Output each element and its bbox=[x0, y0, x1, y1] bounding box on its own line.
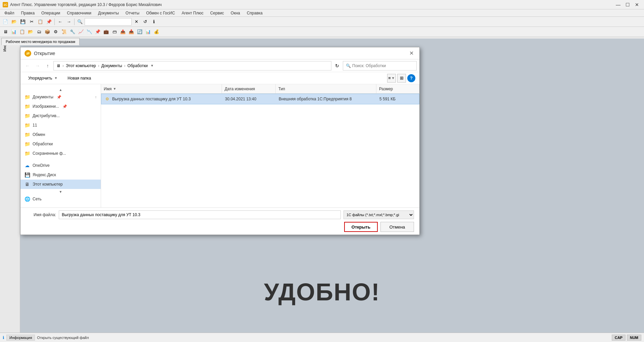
path-icon: 🖥 bbox=[56, 63, 60, 68]
path-part-1: Этот компьютер bbox=[66, 63, 96, 68]
pin-icon-0: 📌 bbox=[57, 95, 61, 99]
nav-icon-documents: 📁 bbox=[25, 94, 30, 100]
dialog-toolbar: Упорядочить ▼ Новая папка ≡ ▼ ⊞ ? bbox=[20, 72, 419, 84]
col-header-size[interactable]: Размер bbox=[376, 84, 419, 93]
file-icon-0: ⚙ bbox=[104, 96, 110, 102]
nav-label-images: Изображени... bbox=[33, 104, 59, 109]
filename-row: Имя файла: 1С файлы (*.txt;*.mxl;*.bmp;*… bbox=[26, 210, 414, 219]
tab-workspace[interactable]: Рабочее место менеджера по продажам bbox=[1, 38, 80, 45]
organize-label: Упорядочить bbox=[28, 76, 52, 81]
path-dropdown-icon: ▼ bbox=[150, 64, 154, 67]
preview-icon: ⊞ bbox=[400, 76, 404, 81]
nav-icon-images: 📁 bbox=[25, 104, 30, 109]
nav-item-yandex[interactable]: 💾 Яндекс.Диск bbox=[20, 170, 101, 180]
address-path[interactable]: 🖥 › Этот компьютер › Документы › Обработ… bbox=[53, 61, 331, 70]
file-list-area: Имя ▼ Дата изменения Тип Размер ⚙ Выгруз… bbox=[101, 84, 419, 207]
nav-icon-11: 📁 bbox=[25, 123, 30, 128]
file-size-0: 5 591 КБ bbox=[377, 97, 419, 101]
view-controls: ≡ ▼ ⊞ ? bbox=[387, 74, 415, 83]
cancel-button[interactable]: Отмена bbox=[380, 222, 414, 232]
open-button[interactable]: Открыть bbox=[344, 222, 378, 232]
nav-item-documents[interactable]: 📁 Документы 📌 ↑ bbox=[20, 92, 101, 102]
preview-pane-button[interactable]: ⊞ bbox=[397, 74, 406, 83]
col-header-date[interactable]: Дата изменения bbox=[222, 84, 276, 93]
nav-item-saved[interactable]: 📁 Сохраненные ф... bbox=[20, 149, 101, 158]
nav-forward-button[interactable]: → bbox=[33, 61, 42, 70]
nav-label-exchange: Обмен bbox=[33, 132, 45, 137]
col-header-type[interactable]: Тип bbox=[276, 84, 376, 93]
col-header-name[interactable]: Имя ▼ bbox=[101, 84, 222, 93]
file-list-body: ⚙ Выгрузка данных поставщику для УТ 10.3… bbox=[101, 94, 419, 207]
scroll-indicator-0: ↑ bbox=[95, 95, 97, 99]
nav-icon-mycomputer: 🖥 bbox=[25, 182, 30, 187]
nav-icon-onedrive: ☁ bbox=[25, 163, 30, 168]
nav-label-documents: Документы bbox=[33, 95, 53, 99]
nav-item-images[interactable]: 📁 Изображени... 📌 bbox=[20, 102, 101, 111]
status-bar: ℹ Информация Открыть существующий файл C… bbox=[0, 333, 644, 342]
dialog-icon: 📁 bbox=[25, 50, 31, 57]
organize-chevron-icon: ▼ bbox=[54, 76, 57, 80]
dialog-content: ▲ 📁 Документы 📌 ↑ 📁 Изображени... 📌 📁 Ди… bbox=[20, 84, 419, 207]
view-icon: ≡ bbox=[388, 76, 391, 81]
scroll-up-btn[interactable]: ▲ bbox=[20, 87, 101, 92]
nav-label-saved: Сохраненные ф... bbox=[33, 151, 66, 156]
nav-label-onedrive: OneDrive bbox=[33, 163, 50, 168]
status-info-label: Информация bbox=[6, 335, 35, 341]
nav-up-button[interactable]: ↑ bbox=[43, 61, 52, 70]
search-box: 🔍 bbox=[343, 61, 417, 70]
nav-icon-saved: 📁 bbox=[25, 151, 30, 156]
file-list-header: Имя ▼ Дата изменения Тип Размер bbox=[101, 84, 419, 94]
nav-icon-yandex: 💾 bbox=[25, 172, 30, 178]
nav-item-network[interactable]: 🌐 Сеть bbox=[20, 194, 101, 204]
num-badge: NUM bbox=[627, 335, 641, 341]
nav-item-exchange[interactable]: 📁 Обмен bbox=[20, 130, 101, 139]
path-part-2: Документы bbox=[101, 63, 122, 68]
search-icon: 🔍 bbox=[346, 63, 351, 68]
nav-item-onedrive[interactable]: ☁ OneDrive bbox=[20, 161, 101, 170]
view-mode-button[interactable]: ≡ ▼ bbox=[387, 74, 396, 83]
dialog-overlay: 📁 Открытие ✕ ← → ↑ 🖥 › Этот компьютер › … bbox=[0, 0, 644, 342]
status-icon: ℹ bbox=[3, 335, 4, 340]
status-text: Открыть существующий файл bbox=[37, 336, 89, 340]
dialog-title-bar: 📁 Открытие ✕ bbox=[20, 47, 419, 59]
nav-icon-exchange: 📁 bbox=[25, 132, 30, 137]
dialog-buttons: Открыть Отмена bbox=[26, 222, 414, 232]
dialog-address-bar: ← → ↑ 🖥 › Этот компьютер › Документы › О… bbox=[20, 59, 419, 72]
nav-label-processings: Обработки bbox=[33, 142, 53, 146]
search-input[interactable] bbox=[352, 63, 414, 68]
nav-icon-processings: 📁 bbox=[25, 141, 30, 147]
left-nav-panel: ▲ 📁 Документы 📌 ↑ 📁 Изображени... 📌 📁 Ди… bbox=[20, 84, 101, 207]
nav-item-11[interactable]: 📁 11 bbox=[20, 120, 101, 130]
file-date-0: 30.04.2021 13:40 bbox=[222, 97, 276, 101]
path-part-3: Обработки bbox=[128, 63, 148, 68]
pin-icon-1: 📌 bbox=[62, 104, 67, 109]
nav-label-network: Сеть bbox=[33, 197, 42, 201]
dialog-close-button[interactable]: ✕ bbox=[407, 49, 415, 57]
filename-input[interactable] bbox=[59, 210, 341, 219]
open-file-dialog: 📁 Открытие ✕ ← → ↑ 🖥 › Этот компьютер › … bbox=[20, 47, 420, 235]
nav-item-distrib[interactable]: 📁 Дистрибутив... bbox=[20, 111, 101, 120]
nav-icon-network: 🌐 bbox=[25, 196, 30, 202]
new-folder-label: Новая папка bbox=[67, 76, 91, 81]
filename-label: Имя файла: bbox=[26, 212, 56, 217]
file-row-0[interactable]: ⚙ Выгрузка данных поставщику для УТ 10.3… bbox=[101, 94, 419, 104]
nav-icon-distrib: 📁 bbox=[25, 113, 30, 118]
help-button[interactable]: ? bbox=[407, 74, 415, 82]
file-name-0: ⚙ Выгрузка данных поставщику для УТ 10.3 bbox=[101, 96, 222, 102]
file-type-0: Внешняя обработка 1С:Предприятия 8 bbox=[276, 97, 377, 101]
nav-item-mycomputer[interactable]: 🖥 Этот компьютер bbox=[20, 180, 101, 189]
nav-label-11: 11 bbox=[33, 123, 37, 128]
cap-badge: CAP bbox=[612, 335, 626, 341]
nav-label-mycomputer: Этот компьютер bbox=[33, 182, 63, 187]
dialog-title: Открытие bbox=[34, 51, 55, 56]
dialog-bottom: Имя файла: 1С файлы (*.txt;*.mxl;*.bmp;*… bbox=[20, 207, 419, 235]
filetype-select[interactable]: 1С файлы (*.txt;*.mxl;*.bmp;*.gi bbox=[343, 210, 414, 219]
scroll-down-btn[interactable]: ▼ bbox=[20, 189, 101, 194]
nav-item-processings[interactable]: 📁 Обработки bbox=[20, 139, 101, 149]
col-sort-icon: ▼ bbox=[113, 87, 116, 91]
refresh-button[interactable]: ↻ bbox=[333, 61, 341, 70]
new-folder-button[interactable]: Новая папка bbox=[64, 75, 95, 82]
nav-back-button[interactable]: ← bbox=[23, 61, 32, 70]
organize-button[interactable]: Упорядочить ▼ bbox=[25, 75, 61, 82]
view-chevron-icon: ▼ bbox=[392, 76, 395, 80]
